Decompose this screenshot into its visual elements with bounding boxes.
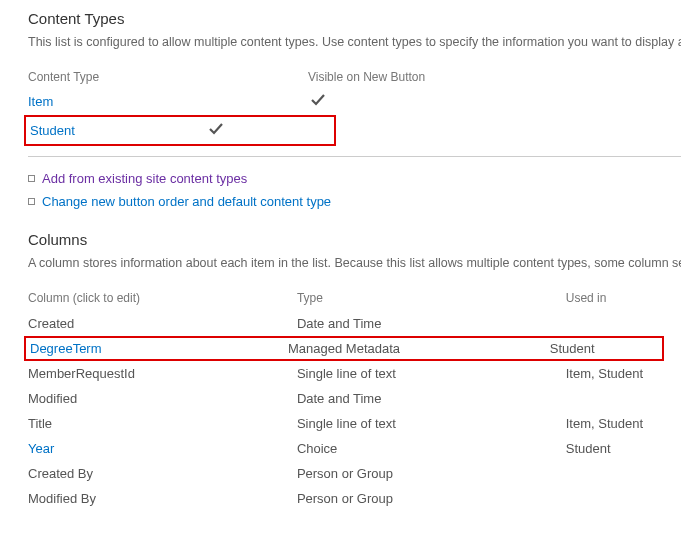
col-name[interactable]: Created By <box>28 466 297 481</box>
change-order-link[interactable]: Change new button order and default cont… <box>42 194 331 209</box>
col-header-used: Used in <box>566 291 681 305</box>
col-row-memberrequestid: MemberRequestId Single line of text Item… <box>28 361 681 386</box>
col-used: Student <box>566 441 681 456</box>
col-used <box>566 316 681 331</box>
content-types-desc: This list is configured to allow multipl… <box>28 33 681 52</box>
col-name[interactable]: Modified By <box>28 491 297 506</box>
check-icon <box>208 122 224 138</box>
columns-desc: A column stores information about each i… <box>28 254 681 273</box>
bullet-icon <box>28 198 35 205</box>
col-name[interactable]: Created <box>28 316 297 331</box>
divider <box>28 156 681 157</box>
col-name[interactable]: Modified <box>28 391 297 406</box>
action-list: Add from existing site content types Cha… <box>28 167 681 213</box>
col-type: Managed Metadata <box>288 341 550 356</box>
col-row-year: Year Choice Student <box>28 436 681 461</box>
col-name[interactable]: MemberRequestId <box>28 366 297 381</box>
col-row-degreeterm: DegreeTerm Managed Metadata Student <box>24 336 664 361</box>
col-used: Item, Student <box>566 366 681 381</box>
ct-row-item: Item <box>28 88 681 115</box>
col-row-modified: Modified Date and Time <box>28 386 681 411</box>
ct-link-student[interactable]: Student <box>30 123 75 138</box>
col-row-title: Title Single line of text Item, Student <box>28 411 681 436</box>
col-type: Date and Time <box>297 316 566 331</box>
col-header-name: Column (click to edit) <box>28 291 297 305</box>
ct-row-student: Student <box>24 115 336 146</box>
col-used <box>566 491 681 506</box>
col-type: Person or Group <box>297 466 566 481</box>
content-types-title: Content Types <box>28 10 681 27</box>
check-icon <box>310 93 326 109</box>
col-type: Choice <box>297 441 566 456</box>
ct-link-item[interactable]: Item <box>28 94 53 109</box>
col-type: Person or Group <box>297 491 566 506</box>
col-name[interactable]: DegreeTerm <box>30 341 288 356</box>
col-header-type: Type <box>297 291 566 305</box>
columns-header: Column (click to edit) Type Used in <box>28 287 681 311</box>
bullet-icon <box>28 175 35 182</box>
ct-header-visible: Visible on New Button <box>308 70 508 84</box>
col-type: Single line of text <box>297 366 566 381</box>
col-used: Item, Student <box>566 416 681 431</box>
ct-header-type: Content Type <box>28 70 308 84</box>
col-type: Single line of text <box>297 416 566 431</box>
col-used: Student <box>550 341 662 356</box>
columns-title: Columns <box>28 231 681 248</box>
col-name[interactable]: Year <box>28 441 297 456</box>
col-used <box>566 466 681 481</box>
col-used <box>566 391 681 406</box>
col-row-created: Created Date and Time <box>28 311 681 336</box>
col-type: Date and Time <box>297 391 566 406</box>
col-name[interactable]: Title <box>28 416 297 431</box>
add-content-types-link[interactable]: Add from existing site content types <box>42 171 247 186</box>
content-types-table: Content Type Visible on New Button Item … <box>28 66 681 146</box>
col-row-modifiedby: Modified By Person or Group <box>28 486 681 511</box>
col-row-createdby: Created By Person or Group <box>28 461 681 486</box>
